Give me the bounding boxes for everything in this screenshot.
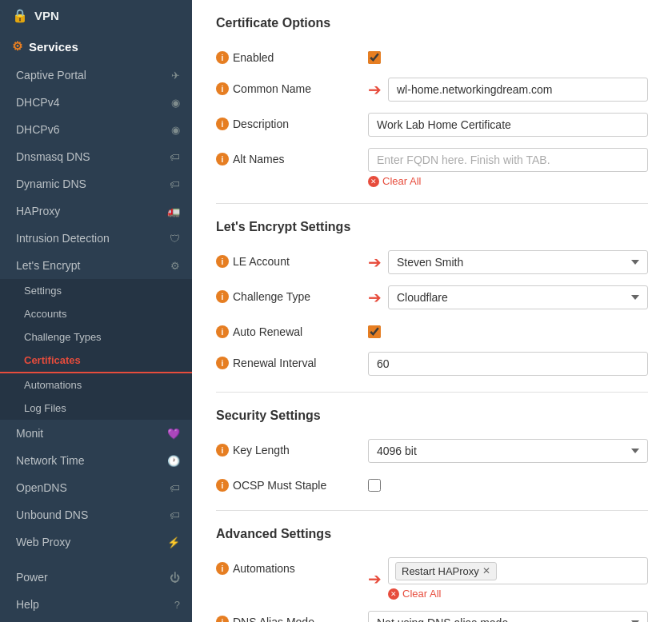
submenu-settings[interactable]: Settings bbox=[0, 279, 192, 302]
restart-haproxy-remove[interactable]: ✕ bbox=[482, 565, 490, 576]
settings-label: Settings bbox=[24, 285, 62, 297]
divider-2 bbox=[216, 392, 648, 393]
sidebar-item-dnsmasq[interactable]: Dnsmasq DNS 🏷 bbox=[0, 143, 192, 170]
automations-clear-all[interactable]: ✕ Clear All bbox=[388, 588, 648, 600]
auto-renewal-checkbox[interactable] bbox=[368, 325, 381, 338]
challenge-types-label: Challenge Types bbox=[24, 331, 102, 343]
opendns-icon: 🏷 bbox=[170, 482, 180, 494]
sidebar-item-opendns[interactable]: OpenDNS 🏷 bbox=[0, 474, 192, 501]
submenu-log-files[interactable]: Log Files bbox=[0, 397, 192, 420]
key-length-row: i Key Length 4096 bit bbox=[216, 439, 648, 463]
haproxy-icon: 🚛 bbox=[167, 205, 180, 217]
alt-names-info-icon: i bbox=[216, 153, 229, 165]
log-files-label: Log Files bbox=[24, 402, 66, 414]
monit-icon: 💜 bbox=[167, 428, 180, 440]
challenge-type-select[interactable]: Cloudflare bbox=[388, 285, 648, 309]
automations-label: Automations bbox=[24, 379, 82, 391]
enabled-checkbox[interactable] bbox=[368, 51, 381, 64]
sidebar-item-unbound-dns[interactable]: Unbound DNS 🏷 bbox=[0, 501, 192, 528]
alt-names-clear-all[interactable]: ✕ Clear All bbox=[368, 175, 648, 187]
sidebar-item-network-time[interactable]: Network Time 🕐 bbox=[0, 447, 192, 474]
sidebar-item-dhcpv4[interactable]: DHCPv4 ◉ bbox=[0, 89, 192, 116]
certificate-options-title: Certificate Options bbox=[216, 16, 648, 34]
automations-arrow: ➔ bbox=[368, 569, 382, 588]
sidebar-item-services[interactable]: ⚙ Services bbox=[0, 31, 192, 62]
dns-alias-text: DNS Alias Mode bbox=[233, 616, 314, 622]
dnsmasq-icon: 🏷 bbox=[170, 151, 180, 163]
dns-alias-info-icon: i bbox=[216, 616, 229, 622]
submenu-challenge-types[interactable]: Challenge Types bbox=[0, 325, 192, 349]
key-length-select[interactable]: 4096 bit bbox=[368, 439, 648, 463]
automations-clear-icon: ✕ bbox=[388, 588, 399, 600]
haproxy-label: HAProxy bbox=[16, 205, 167, 217]
network-time-label: Network Time bbox=[16, 454, 167, 467]
common-name-arrow: ➔ bbox=[368, 80, 382, 99]
enabled-label: i Enabled bbox=[216, 46, 360, 64]
sidebar-item-dhcpv6[interactable]: DHCPv6 ◉ bbox=[0, 116, 192, 143]
ocsp-text: OCSP Must Staple bbox=[233, 479, 326, 492]
common-name-input[interactable] bbox=[388, 78, 648, 102]
gear-icon: ⚙ bbox=[12, 39, 22, 54]
submenu-accounts[interactable]: Accounts bbox=[0, 302, 192, 325]
help-icon: ? bbox=[174, 599, 180, 611]
le-account-info-icon: i bbox=[216, 255, 229, 268]
dhcpv4-icon: ◉ bbox=[171, 97, 180, 109]
sidebar-item-help[interactable]: Help ? bbox=[0, 591, 192, 618]
dhcpv4-label: DHCPv4 bbox=[16, 96, 171, 109]
restart-haproxy-label: Restart HAProxy bbox=[402, 565, 479, 577]
automations-clear-text: Clear All bbox=[402, 588, 441, 600]
key-length-label: i Key Length bbox=[216, 439, 360, 457]
automations-text: Automations bbox=[233, 562, 295, 575]
dns-alias-label: i DNS Alias Mode bbox=[216, 611, 360, 622]
ocsp-checkbox[interactable] bbox=[368, 479, 381, 492]
intrusion-detection-icon: 🛡 bbox=[170, 233, 180, 245]
submenu-automations[interactable]: Automations bbox=[0, 373, 192, 397]
enabled-control bbox=[368, 46, 648, 66]
alt-names-control: ✕ Clear All bbox=[368, 148, 648, 187]
opendns-label: OpenDNS bbox=[16, 481, 170, 494]
power-label: Power bbox=[16, 571, 170, 584]
alt-names-row: i Alt Names ✕ Clear All bbox=[216, 148, 648, 187]
challenge-type-text: Challenge Type bbox=[233, 290, 310, 303]
dns-alias-select[interactable]: Not using DNS alias mode bbox=[368, 611, 648, 622]
renewal-interval-input[interactable] bbox=[368, 352, 648, 376]
automations-tags-input[interactable]: Restart HAProxy ✕ bbox=[388, 557, 648, 584]
sidebar-item-monit[interactable]: Monit 💜 bbox=[0, 420, 192, 447]
common-name-info-icon: i bbox=[216, 82, 229, 95]
dnsmasq-label: Dnsmasq DNS bbox=[16, 150, 170, 163]
sidebar-bottom: Power ⏻ Help ? bbox=[0, 564, 192, 618]
sidebar-item-intrusion-detection[interactable]: Intrusion Detection 🛡 bbox=[0, 225, 192, 252]
submenu-certificates[interactable]: Certificates bbox=[0, 349, 192, 373]
le-settings-title: Let's Encrypt Settings bbox=[216, 220, 648, 238]
alt-names-clear-text: Clear All bbox=[382, 175, 421, 187]
content-area: Certificate Options i Enabled i Common N… bbox=[192, 0, 672, 622]
web-proxy-icon: ⚡ bbox=[167, 536, 180, 548]
sidebar-item-lets-encrypt[interactable]: Let's Encrypt ⚙ bbox=[0, 252, 192, 279]
alt-names-input[interactable] bbox=[368, 148, 648, 172]
common-name-row: i Common Name ➔ bbox=[216, 78, 648, 102]
divider-1 bbox=[216, 203, 648, 204]
le-account-select[interactable]: Steven Smith bbox=[388, 250, 648, 274]
auto-renewal-control bbox=[368, 321, 648, 341]
accounts-label: Accounts bbox=[24, 308, 66, 320]
sidebar-item-vpn[interactable]: 🔒 VPN bbox=[0, 0, 192, 31]
description-input[interactable] bbox=[368, 113, 648, 137]
ocsp-row: i OCSP Must Staple bbox=[216, 474, 648, 494]
ocsp-info-icon: i bbox=[216, 479, 229, 492]
sidebar-item-captive-portal[interactable]: Captive Portal ✈ bbox=[0, 62, 192, 89]
common-name-label: i Common Name bbox=[216, 78, 360, 95]
unbound-dns-label: Unbound DNS bbox=[16, 508, 170, 521]
sidebar-item-haproxy[interactable]: HAProxy 🚛 bbox=[0, 197, 192, 225]
main-content: Certificate Options i Enabled i Common N… bbox=[192, 0, 672, 622]
key-length-control: 4096 bit bbox=[368, 439, 648, 463]
ocsp-label: i OCSP Must Staple bbox=[216, 474, 360, 492]
intrusion-detection-label: Intrusion Detection bbox=[16, 232, 170, 245]
auto-renewal-info-icon: i bbox=[216, 325, 229, 338]
sidebar-item-web-proxy[interactable]: Web Proxy ⚡ bbox=[0, 528, 192, 556]
challenge-type-label: i Challenge Type bbox=[216, 285, 360, 303]
description-control bbox=[368, 113, 648, 137]
captive-portal-icon: ✈ bbox=[171, 70, 180, 82]
renewal-interval-text: Renewal Interval bbox=[233, 357, 316, 369]
sidebar-item-dynamic-dns[interactable]: Dynamic DNS 🏷 bbox=[0, 170, 192, 197]
sidebar-item-power[interactable]: Power ⏻ bbox=[0, 564, 192, 591]
